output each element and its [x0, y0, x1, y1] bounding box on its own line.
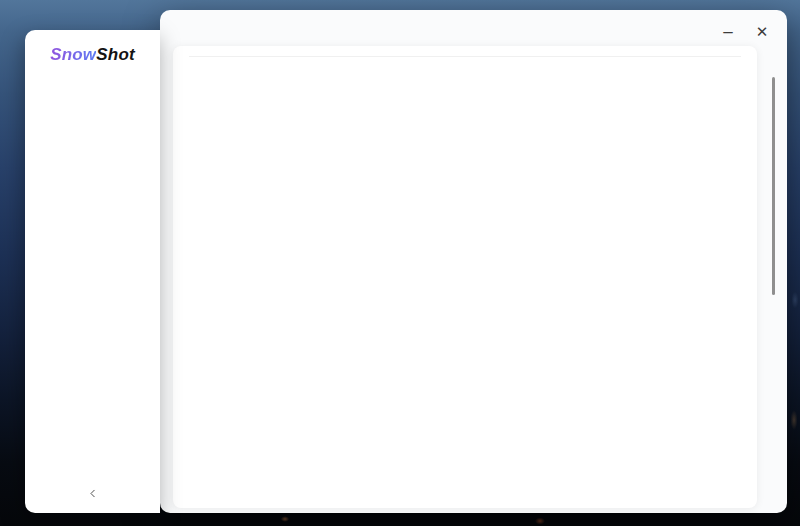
logo-part1: Snow: [50, 45, 96, 64]
app-logo: SnowShot: [25, 45, 160, 65]
tab-bar: [189, 46, 741, 57]
app-window: – ✕: [160, 10, 787, 513]
content-card: [173, 46, 757, 508]
chevron-left-icon: [86, 487, 99, 503]
titlebar: – ✕: [160, 10, 787, 46]
collapse-sidebar-button[interactable]: [84, 485, 101, 505]
desktop-background: – ✕ SnowShot: [0, 0, 800, 526]
scrollbar-thumb[interactable]: [772, 77, 775, 295]
sidebar: SnowShot: [25, 30, 160, 513]
close-button[interactable]: ✕: [747, 20, 777, 42]
minimize-button[interactable]: –: [713, 20, 743, 42]
logo-part2: Shot: [96, 45, 135, 64]
